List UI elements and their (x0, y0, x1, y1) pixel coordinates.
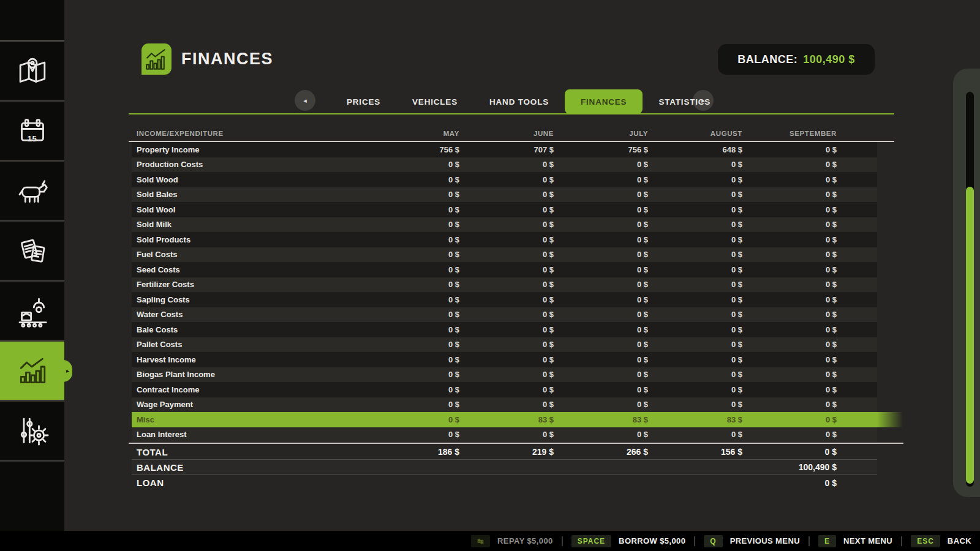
table-row[interactable]: Property Income756 $707 $756 $648 $0 $ (132, 142, 877, 157)
cell-value: 0 $ (459, 280, 554, 289)
table-row[interactable]: Misc0 $83 $83 $83 $0 $ (132, 412, 877, 427)
tab-prices[interactable]: PRICES (331, 89, 396, 114)
cow-icon (15, 174, 50, 208)
table-row[interactable]: BALANCE100,490 $ (132, 460, 877, 475)
row-label: Production Costs (132, 160, 365, 169)
cell-value: 0 $ (648, 385, 742, 394)
calendar-day: 15 (28, 134, 37, 143)
sidebar-spacer (0, 0, 64, 42)
table-row[interactable]: Biogas Plant Income0 $0 $0 $0 $0 $ (132, 367, 877, 383)
tab-statistics[interactable]: STATISTICS (643, 89, 726, 114)
page-title: FINANCES (181, 50, 273, 69)
sidebar-item-map[interactable] (0, 42, 64, 102)
next-menu-hotkey[interactable]: E NEXT MENU (818, 535, 892, 547)
table-row[interactable]: Seed Costs0 $0 $0 $0 $0 $ (132, 262, 877, 277)
table-row[interactable]: Contract Income0 $0 $0 $0 $0 $ (132, 382, 877, 397)
tab-vehicles[interactable]: VEHICLES (396, 89, 473, 114)
finances-screen: 15 (0, 0, 980, 551)
table-row[interactable]: LOAN0 $ (132, 475, 877, 490)
row-label: Misc (132, 415, 365, 424)
cell-value: 0 $ (459, 400, 554, 409)
cell-value: 100,490 $ (742, 462, 837, 472)
repay-hotkey[interactable]: ↹ REPAY $5,000 (471, 535, 553, 547)
table-row[interactable]: Harvest Income0 $0 $0 $0 $0 $ (132, 352, 877, 367)
cell-value: 0 $ (742, 160, 837, 169)
cell-value: 0 $ (554, 250, 648, 259)
cell-value: 0 $ (648, 355, 742, 364)
table-row[interactable]: Sold Milk0 $0 $0 $0 $0 $ (132, 217, 877, 233)
table-row[interactable]: Loan Interest0 $0 $0 $0 $0 $ (132, 427, 877, 443)
table-row[interactable]: Pallet Costs0 $0 $0 $0 $0 $ (132, 337, 877, 353)
row-label: Fertilizer Costs (132, 280, 365, 289)
tab-finances[interactable]: FINANCES (565, 89, 643, 114)
sidebar-item-animals[interactable] (0, 162, 64, 222)
cell-value: 0 $ (459, 235, 554, 244)
cell-value: 0 $ (554, 340, 648, 349)
cell-value: 0 $ (648, 280, 742, 289)
sidebar-item-calendar[interactable]: 15 (0, 102, 64, 162)
cell-value: 0 $ (648, 220, 742, 229)
column-header: INCOME/EXPENDITURE (132, 130, 365, 137)
cell-value: 0 $ (365, 295, 459, 304)
sidebar-item-finances[interactable]: ▸ (0, 342, 64, 402)
row-label: TOTAL (132, 447, 365, 457)
finance-table-totals: TOTAL186 $219 $266 $156 $0 $BALANCE100,4… (132, 444, 877, 490)
table-row[interactable]: Water Costs0 $0 $0 $0 $0 $ (132, 307, 877, 323)
cell-value: 0 $ (742, 295, 837, 304)
cell-value: 0 $ (742, 310, 837, 319)
table-row[interactable]: Sold Bales0 $0 $0 $0 $0 $ (132, 187, 877, 203)
sidebar-item-settings[interactable] (0, 402, 64, 462)
cell-value: 0 $ (365, 190, 459, 199)
table-row[interactable]: Sapling Costs0 $0 $0 $0 $0 $ (132, 292, 877, 307)
table-row[interactable]: Wage Payment0 $0 $0 $0 $0 $ (132, 397, 877, 413)
back-hotkey[interactable]: ESC BACK (911, 535, 971, 547)
row-label: Pallet Costs (132, 340, 365, 349)
sidebar: 15 (0, 0, 64, 531)
cell-value: 0 $ (554, 355, 648, 364)
cell-value: 0 $ (365, 430, 459, 439)
table-row[interactable]: TOTAL186 $219 $266 $156 $0 $ (132, 444, 877, 460)
sidebar-item-contracts[interactable] (0, 222, 64, 282)
table-row[interactable]: Fertilizer Costs0 $0 $0 $0 $0 $ (132, 277, 877, 293)
space-key: SPACE (571, 535, 611, 547)
cell-value: 0 $ (554, 205, 648, 214)
table-row[interactable]: Production Costs0 $0 $0 $0 $0 $ (132, 157, 877, 173)
column-header: JULY (554, 130, 648, 137)
sidebar-item-production[interactable] (0, 282, 64, 342)
scrollbar-thumb[interactable] (966, 187, 974, 484)
cell-value: 0 $ (459, 385, 554, 394)
table-row[interactable]: Bale Costs0 $0 $0 $0 $0 $ (132, 322, 877, 337)
row-label: Water Costs (132, 310, 365, 319)
cell-value: 83 $ (554, 415, 648, 424)
cell-value: 0 $ (554, 385, 648, 394)
cell-value: 0 $ (554, 280, 648, 289)
row-label: Sold Bales (132, 190, 365, 199)
cell-value: 0 $ (648, 400, 742, 409)
table-row[interactable]: Sold Products0 $0 $0 $0 $0 $ (132, 232, 877, 247)
cell-value: 0 $ (365, 415, 459, 424)
borrow-hotkey[interactable]: SPACE BORROW $5,000 (571, 535, 686, 547)
previous-menu-hotkey[interactable]: Q PREVIOUS MENU (704, 535, 800, 547)
cell-value: 0 $ (459, 175, 554, 184)
cell-value: 0 $ (554, 295, 648, 304)
cell-value: 0 $ (365, 265, 459, 274)
cell-value: 219 $ (459, 447, 554, 457)
tabs-prev-button[interactable]: ◂ (295, 90, 315, 111)
table-row[interactable]: Fuel Costs0 $0 $0 $0 $0 $ (132, 247, 877, 263)
chevron-left-icon: ◂ (303, 97, 307, 105)
next-menu-label: NEXT MENU (843, 536, 892, 545)
cell-value: 0 $ (554, 400, 648, 409)
cell-value: 156 $ (648, 447, 742, 457)
cell-value: 756 $ (365, 145, 459, 154)
back-label: BACK (948, 536, 971, 545)
cell-value: 0 $ (742, 145, 837, 154)
cell-value: 0 $ (459, 190, 554, 199)
cell-value: 0 $ (365, 325, 459, 334)
cell-value: 756 $ (554, 145, 648, 154)
table-row[interactable]: Sold Wool0 $0 $0 $0 $0 $ (132, 202, 877, 217)
cell-value: 0 $ (648, 175, 742, 184)
e-key: E (818, 535, 836, 547)
cell-value: 0 $ (365, 280, 459, 289)
table-row[interactable]: Sold Wood0 $0 $0 $0 $0 $ (132, 172, 877, 187)
tab-hand-tools[interactable]: HAND TOOLS (473, 89, 565, 114)
